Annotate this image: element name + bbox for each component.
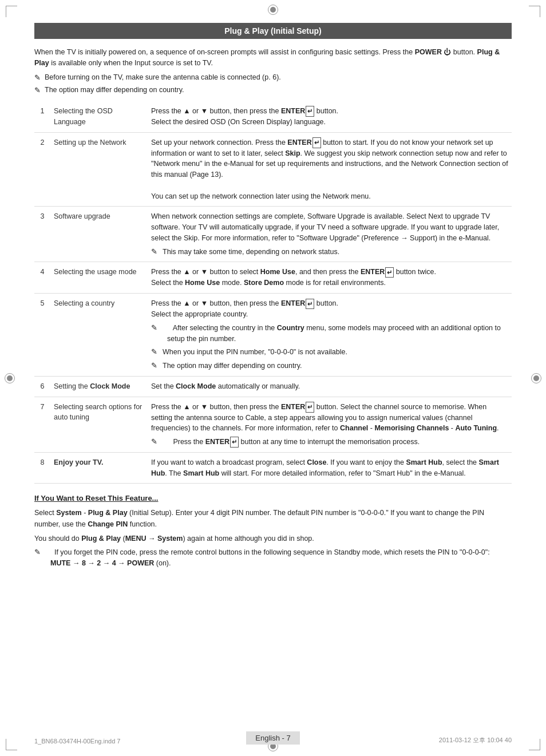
step-num-1: 1	[34, 101, 50, 132]
circle-mark-left	[5, 373, 15, 383]
step-content-6: Set the Clock Mode automatically or manu…	[148, 376, 512, 397]
step-label-5: Selecting a country	[50, 294, 148, 377]
circle-mark-right	[531, 373, 541, 383]
step-num-2: 2	[34, 132, 50, 207]
step-content-8: If you want to watch a broadcast program…	[148, 452, 512, 484]
table-row: 3 Software upgrade When network connecti…	[34, 207, 512, 262]
step-5-note-2: When you input the PIN number, "0-0-0-0"…	[151, 347, 508, 358]
step-num-4: 4	[34, 262, 50, 294]
step-num-7: 7	[34, 397, 50, 452]
step-num-8: 8	[34, 452, 50, 484]
table-row: 5 Selecting a country Press the ▲ or ▼ b…	[34, 294, 512, 377]
step-5-note-3: The option may differ depending on count…	[151, 361, 508, 371]
table-row: 7 Selecting search options for auto tuni…	[34, 397, 512, 452]
reset-title: If You Want to Reset This Feature...	[34, 494, 512, 502]
step-label-3: Software upgrade	[50, 207, 148, 262]
step-content-5: Press the ▲ or ▼ button, then press the …	[148, 294, 512, 377]
page-title: Plug & Play (Initial Setup)	[34, 23, 512, 39]
step-label-2: Setting up the Network	[50, 132, 148, 207]
reset-note: If you forget the PIN code, press the re…	[34, 547, 512, 569]
steps-table: 1 Selecting the OSD Language Press the ▲…	[34, 101, 512, 484]
circle-mark-top	[268, 5, 278, 15]
step-label-1: Selecting the OSD Language	[50, 101, 148, 132]
note-country: The option may differ depending on count…	[34, 85, 512, 96]
step-3-note: This may take some time, depending on ne…	[151, 247, 508, 258]
reset-text-2: You should do Plug & Play (MENU → System…	[34, 533, 512, 544]
table-row: 8 Enjoy your TV. If you want to watch a …	[34, 452, 512, 484]
footer-date: 2011-03-12 오후 10:04 40	[439, 736, 512, 745]
note-antenna: Before turning on the TV, make sure the …	[34, 72, 512, 83]
step-label-7: Selecting search options for auto tuning	[50, 397, 148, 452]
step-label-8: Enjoy your TV.	[50, 452, 148, 484]
step-content-1: Press the ▲ or ▼ button, then press the …	[148, 101, 512, 132]
step-label-4: Selecting the usage mode	[50, 262, 148, 294]
corner-mark-tl	[6, 6, 17, 17]
corner-mark-tr	[529, 6, 540, 17]
reset-text-1: Select System - Plug & Play (Initial Set…	[34, 507, 512, 530]
table-row: 4 Selecting the usage mode Press the ▲ o…	[34, 262, 512, 294]
step-num-6: 6	[34, 376, 50, 397]
step-content-4: Press the ▲ or ▼ button to select Home U…	[148, 262, 512, 294]
page-container: Plug & Play (Initial Setup) When the TV …	[0, 0, 546, 756]
table-row: 6 Setting the Clock Mode Set the Clock M…	[34, 376, 512, 397]
intro-text-1: When the TV is initially powered on, a s…	[34, 47, 512, 69]
step-content-7: Press the ▲ or ▼ button, then press the …	[148, 397, 512, 452]
reset-section: If You Want to Reset This Feature... Sel…	[34, 494, 512, 569]
step-content-2: Set up your network connection. Press th…	[148, 132, 512, 207]
step-5-note-1: After selecting the country in the Count…	[151, 323, 508, 345]
footer-file: 1_BN68-03474H-00Eng.indd 7	[34, 738, 120, 745]
step-num-5: 5	[34, 294, 50, 377]
step-content-3: When network connection settings are com…	[148, 207, 512, 262]
step-num-3: 3	[34, 207, 50, 262]
page-label: English - 7	[246, 731, 299, 745]
table-row: 1 Selecting the OSD Language Press the ▲…	[34, 101, 512, 132]
step-label-6: Setting the Clock Mode	[50, 376, 148, 397]
step-7-note: Press the ENTER↵ button at any time to i…	[151, 437, 508, 448]
table-row: 2 Setting up the Network Set up your net…	[34, 132, 512, 207]
